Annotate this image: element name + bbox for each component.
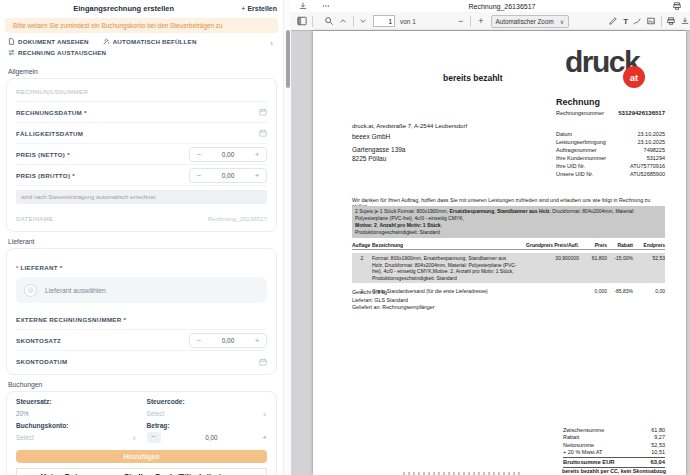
table-header: Auflage Bezeichnung Grundpreis Preis/Auf… <box>352 242 665 250</box>
invoice-number-value: 53129426136517 <box>618 110 665 116</box>
due-date-label: FÄLLIGKEITSDATUM <box>16 130 83 137</box>
grand-total-row: Bruttosumme EUR63,04 <box>563 457 665 468</box>
calendar-icon[interactable] <box>259 129 267 137</box>
field-skonto-date[interactable]: SKONTODATUM <box>16 351 267 372</box>
toolbar-divider <box>661 16 662 27</box>
paid-stamp: bereits bezahlt <box>443 73 503 83</box>
skonto-date-label: SKONTODATUM <box>16 358 68 365</box>
field-due-date[interactable]: FÄLLIGKEITSDATUM <box>16 123 267 144</box>
field-external-invoice-number[interactable]: EXTERNE RECHNUNGSNUMMER * <box>16 309 267 330</box>
print-icon[interactable] <box>667 17 676 26</box>
next-page-icon[interactable] <box>359 17 368 26</box>
chevron-right-icon[interactable]: › <box>270 39 273 48</box>
toolbar-divider <box>353 16 354 27</box>
view-document-button[interactable]: DOKUMENT ANSEHEN <box>8 38 89 45</box>
gross-price-value[interactable]: 0,00 <box>208 172 248 179</box>
weight-line: Gewicht 0,9 kg <box>352 289 434 297</box>
product-description-block: 2 Sujets je 1 Stück Format: 800x1900mm, … <box>352 206 665 238</box>
invoice-date-label: RECHNUNGSDATUM * <box>16 109 87 116</box>
scrollbar-thumb[interactable] <box>286 30 290 88</box>
recipient-street: Gartengasse 139a <box>352 146 405 153</box>
choose-supplier-button[interactable]: ◎ Lieferant auswählen <box>16 277 267 303</box>
net-price-stepper[interactable]: − 0,00 + <box>189 147 267 162</box>
add-booking-button[interactable]: Hinzufügen <box>16 450 267 463</box>
highlight-tool-icon[interactable] <box>609 17 618 26</box>
choose-supplier-label: Lieferant auswählen <box>45 287 106 294</box>
previous-page-icon[interactable] <box>339 17 348 26</box>
pdf-toolbar: von 1 − + Automatischer Zoom ∨ T <box>291 12 690 31</box>
pdf-viewer: Rechnung_26136517 von 1 − <box>291 0 690 475</box>
zoom-in-button[interactable]: + <box>476 16 485 26</box>
page-count-label: von 1 <box>400 18 416 25</box>
decrement-button[interactable]: − <box>147 432 161 443</box>
booking-account-select[interactable]: Select ∨ <box>16 431 137 444</box>
calendar-icon[interactable] <box>259 108 267 116</box>
warning-banner: Bitte weisen Sie zumindest ein Buchungsk… <box>5 18 278 33</box>
shipping-info: Gewicht 0,9 kg Lieferart: GLS Standard G… <box>352 289 434 312</box>
search-icon[interactable] <box>324 16 334 26</box>
zoom-out-button[interactable]: − <box>456 16 465 26</box>
line-items-table: Auflage Bezeichnung Grundpreis Preis/Auf… <box>352 242 665 295</box>
amount-stepper[interactable]: − 0,00 + <box>147 431 268 444</box>
table-row: 2 Format: 800x1900mm, Ersatzbespannung, … <box>352 253 665 283</box>
tax-code-label: Steuercode: <box>147 398 268 405</box>
supplier-card: *LIEFERANT * ◎ Lieferant auswählen EXTER… <box>6 248 277 375</box>
panel-scrollbar[interactable] <box>283 0 291 475</box>
invoice-form-panel: Eingangsrechnung erstellen +Erstellen Bi… <box>0 0 283 475</box>
section-label-supplier: Lieferant <box>8 238 275 245</box>
panel-title: Eingangsrechnung erstellen <box>6 4 241 13</box>
action-links: DOKUMENT ANSEHEN AUTOMATISCH BEFÜLLEN RE… <box>0 33 283 62</box>
tax-rate-select[interactable]: 20% <box>16 407 137 420</box>
field-filename: DATEINAME Rechnung_26136517 <box>16 208 267 229</box>
increment-button[interactable]: + <box>248 148 266 161</box>
swap-invoice-button[interactable]: RECHNUNG AUSTAUSCHEN <box>8 49 106 56</box>
download-icon[interactable] <box>681 17 690 26</box>
field-invoice-date[interactable]: RECHNUNGSDATUM * <box>16 102 267 123</box>
chevron-down-icon: ∨ <box>132 434 136 441</box>
net-price-value[interactable]: 0,00 <box>208 151 248 158</box>
druck-at-logo: druck at <box>565 45 639 79</box>
skonto-rate-value[interactable]: 0,00 <box>208 337 248 344</box>
field-skonto-rate: SKONTOSATZ − 0,00 + <box>16 330 267 351</box>
supplier-avatar-icon: ◎ <box>24 284 37 297</box>
invoice-number-input[interactable] <box>16 81 267 101</box>
sender-line: druck.at, Aredstraße 7, A-2544 Leobersdo… <box>352 123 467 129</box>
gross-price-label: PREIS (BRUTTO) * <box>16 172 75 179</box>
create-button[interactable]: +Erstellen <box>241 5 277 12</box>
autofill-button[interactable]: AUTOMATISCH BEFÜLLEN <box>103 38 197 45</box>
filename-value: Rechnung_26136517 <box>208 215 267 222</box>
decrement-button[interactable]: − <box>190 148 208 161</box>
required-asterisk: * <box>16 264 18 271</box>
supplier-label: LIEFERANT * <box>20 264 62 271</box>
invoice-heading: Rechnung <box>556 97 600 107</box>
amount-value[interactable]: 0,00 <box>161 434 263 441</box>
gross-price-stepper[interactable]: − 0,00 + <box>189 168 267 183</box>
download-icon[interactable] <box>299 2 308 11</box>
tax-code-select[interactable]: Select ∨ <box>147 407 268 420</box>
printer-icon[interactable] <box>673 2 682 11</box>
no-data-message: Keine Daten - passen Sie Ihre Such-/Filt… <box>16 468 267 475</box>
zoom-mode-select[interactable]: Automatischer Zoom ∨ <box>491 15 570 28</box>
increment-button[interactable]: + <box>248 334 266 347</box>
more-options-icon[interactable] <box>322 2 331 11</box>
pdf-page: bereits bezahlt druck at Rechnung Rechnu… <box>313 31 686 475</box>
plus-icon: + <box>241 5 245 12</box>
invoice-meta: Datum23.10.2025 Leistungserbringung23.10… <box>556 130 665 178</box>
sidebar-toggle-icon[interactable] <box>297 16 307 26</box>
delivered-to-line: Geliefert an: Rechnungsempfänger <box>352 304 434 312</box>
increment-button[interactable]: + <box>248 169 266 182</box>
amount-label: Betrag: <box>147 422 268 429</box>
bookings-card: Steuersatz: Steuercode: 20% Select ∨ Buc… <box>6 391 277 475</box>
calendar-icon[interactable] <box>259 358 267 366</box>
decrement-button[interactable]: − <box>190 334 208 347</box>
field-net-price: PREIS (NETTO) * − 0,00 + <box>16 144 267 165</box>
stamp-tool-icon[interactable] <box>647 17 656 26</box>
page-number-input[interactable] <box>373 15 395 27</box>
totals-block: Zwischensumme61,80 Rabatt9,27 Nettosumme… <box>563 427 665 468</box>
chevron-down-icon: ∨ <box>263 410 267 417</box>
increment-button[interactable]: + <box>262 433 267 442</box>
draw-tool-icon[interactable] <box>633 17 642 26</box>
freetext-tool-icon[interactable]: T <box>623 17 628 26</box>
skonto-rate-stepper[interactable]: − 0,00 + <box>189 333 267 348</box>
decrement-button[interactable]: − <box>190 169 208 182</box>
